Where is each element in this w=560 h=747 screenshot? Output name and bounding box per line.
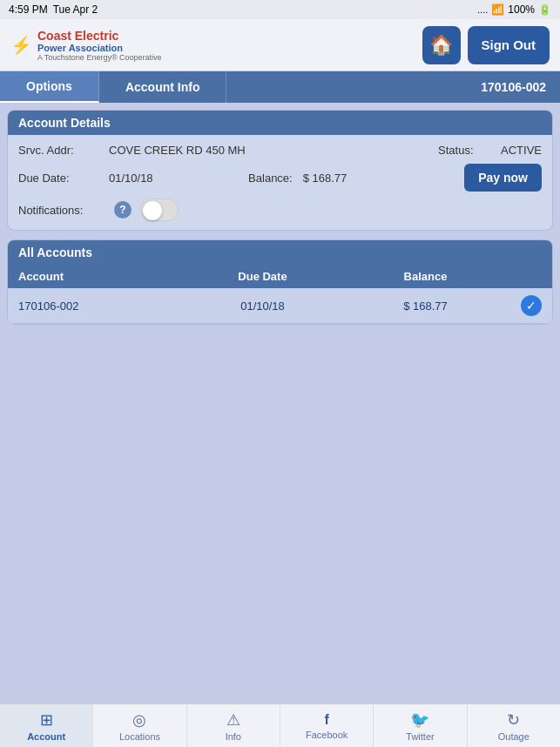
locations-nav-icon: ◎ bbox=[132, 710, 146, 730]
logo-tagline: A Touchstone Energy® Cooperative bbox=[37, 53, 162, 62]
table-body: 170106-002 01/10/18 $ 168.77 ✓ bbox=[8, 288, 552, 324]
nav-tabs: Options Account Info 170106-002 bbox=[0, 71, 560, 103]
bottom-nav-twitter[interactable]: 🐦 Twitter bbox=[374, 704, 467, 747]
bottom-nav-facebook[interactable]: f Facebook bbox=[280, 704, 374, 747]
facebook-nav-icon: f bbox=[324, 712, 328, 728]
outage-nav-label: Outage bbox=[498, 731, 530, 742]
battery-level: 100% bbox=[508, 3, 535, 16]
home-button[interactable]: 🏠 bbox=[422, 26, 461, 64]
tab-account-info[interactable]: Account Info bbox=[99, 71, 227, 103]
col-header-duedate: Due Date bbox=[181, 270, 344, 283]
twitter-nav-label: Twitter bbox=[406, 731, 434, 742]
status-time: 4:59 PM bbox=[9, 3, 48, 16]
row-duedate: 01/10/18 bbox=[181, 299, 344, 313]
srvc-addr-row: Srvc. Addr: COVE CREEK RD 450 MH Status:… bbox=[18, 144, 542, 157]
facebook-nav-label: Facebook bbox=[306, 730, 347, 740]
srvc-addr-value: COVE CREEK RD 450 MH bbox=[109, 144, 424, 157]
checkmark-icon: ✓ bbox=[521, 295, 542, 316]
bottom-nav-info[interactable]: ⚠ Info bbox=[187, 704, 280, 747]
tab-options[interactable]: Options bbox=[0, 71, 99, 103]
notifications-label: Notifications: bbox=[18, 204, 105, 217]
row-account: 170106-002 bbox=[18, 299, 181, 313]
table-column-headers: Account Due Date Balance bbox=[8, 265, 552, 288]
status-value: ACTIVE bbox=[501, 144, 542, 157]
account-nav-label: Account bbox=[27, 731, 65, 742]
bottom-nav-outage[interactable]: ↻ Outage bbox=[468, 704, 560, 747]
all-accounts-card: All Accounts Account Due Date Balance 17… bbox=[7, 239, 553, 325]
wifi-icon: 📶 bbox=[491, 3, 504, 16]
pay-now-button-top[interactable]: Pay now bbox=[464, 164, 542, 192]
account-nav-icon: ⊞ bbox=[40, 710, 53, 730]
account-details-card: Account Details Srvc. Addr: COVE CREEK R… bbox=[7, 110, 553, 231]
toggle-knob bbox=[143, 201, 162, 220]
account-details-header: Account Details bbox=[8, 111, 552, 135]
outage-nav-icon: ↻ bbox=[507, 710, 520, 730]
logo-subtitle: Power Association bbox=[37, 43, 162, 53]
locations-nav-label: Locations bbox=[119, 731, 160, 742]
notifications-row: Notifications: ? bbox=[18, 199, 542, 221]
due-date-value: 01/10/18 bbox=[109, 172, 234, 185]
balance-label: Balance: bbox=[248, 172, 293, 185]
notifications-toggle[interactable] bbox=[140, 199, 179, 221]
header-buttons: 🏠 Sign Out bbox=[422, 26, 550, 64]
account-number-display: 170106-002 bbox=[467, 71, 560, 103]
col-header-balance: Balance bbox=[344, 270, 507, 283]
notifications-help-icon[interactable]: ? bbox=[114, 201, 132, 219]
row-selected-icon: ✓ bbox=[507, 295, 542, 316]
balance-value: $ 168.77 bbox=[303, 172, 465, 185]
info-nav-icon: ⚠ bbox=[226, 710, 240, 730]
battery-icon: 🔋 bbox=[538, 3, 551, 16]
sign-out-button[interactable]: Sign Out bbox=[468, 26, 550, 64]
status-bar: 4:59 PM Tue Apr 2 .... 📶 100% 🔋 bbox=[0, 0, 560, 19]
signal-icon: .... bbox=[477, 4, 488, 15]
srvc-addr-label: Srvc. Addr: bbox=[18, 144, 105, 157]
twitter-nav-icon: 🐦 bbox=[410, 710, 429, 730]
logo-area: ⚡ Coast Electric Power Association A Tou… bbox=[10, 29, 162, 62]
home-icon: 🏠 bbox=[429, 34, 453, 57]
bottom-nav-locations[interactable]: ◎ Locations bbox=[93, 704, 186, 747]
status-date: Tue Apr 2 bbox=[53, 3, 98, 16]
account-details-body: Srvc. Addr: COVE CREEK RD 450 MH Status:… bbox=[8, 135, 552, 230]
due-date-label: Due Date: bbox=[18, 172, 105, 185]
col-header-action bbox=[507, 270, 542, 283]
row-balance: $ 168.77 bbox=[344, 299, 507, 313]
info-nav-label: Info bbox=[226, 731, 241, 742]
col-header-account: Account bbox=[18, 270, 181, 283]
logo-title: Coast Electric bbox=[37, 29, 162, 43]
app-header: ⚡ Coast Electric Power Association A Tou… bbox=[0, 19, 560, 71]
due-date-row: Due Date: 01/10/18 Balance: $ 168.77 Pay… bbox=[18, 164, 542, 192]
main-content: Account Details Srvc. Addr: COVE CREEK R… bbox=[0, 103, 560, 703]
all-accounts-header: All Accounts bbox=[8, 240, 552, 265]
bottom-nav: ⊞ Account ◎ Locations ⚠ Info f Facebook … bbox=[0, 703, 560, 747]
status-label: Status: bbox=[438, 144, 490, 157]
bottom-nav-account[interactable]: ⊞ Account bbox=[0, 704, 93, 747]
logo-lightning-icon: ⚡ bbox=[10, 35, 32, 56]
table-row[interactable]: 170106-002 01/10/18 $ 168.77 ✓ bbox=[8, 288, 552, 324]
